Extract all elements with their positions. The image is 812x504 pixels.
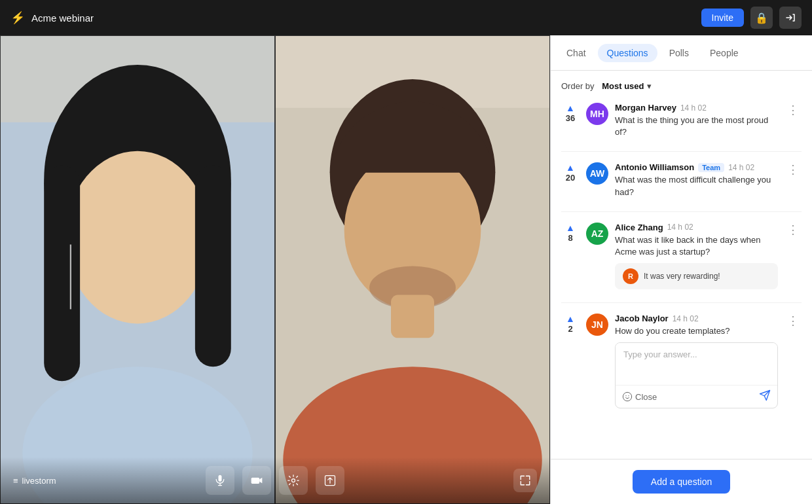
tabs-bar: Chat Questions Polls People: [551, 35, 812, 71]
vote-count-4: 2: [568, 324, 572, 334]
share-icon: [323, 474, 337, 487]
question-header-2: Antonio Williamson Team 14 h 02: [615, 162, 778, 172]
more-button-2[interactable]: ⋮: [784, 162, 802, 177]
reply-avatar-3: R: [623, 268, 638, 284]
questions-area: Order by Most used ▾ ▲ 36 MH Morgan Harv…: [551, 71, 812, 459]
vote-col-2: ▲ 20: [561, 162, 580, 183]
vote-up-2[interactable]: ▲: [566, 162, 575, 173]
order-by-label: Order by: [561, 81, 595, 91]
tab-people[interactable]: People: [701, 44, 748, 62]
question-item-3: ▲ 8 AZ Alice Zhang 14 h 02 What was it l…: [561, 223, 802, 289]
top-bar-right: Invite 🔒: [701, 7, 802, 29]
divider-2: [561, 211, 802, 212]
vote-up-3[interactable]: ▲: [566, 223, 575, 233]
camera-icon: [250, 474, 263, 487]
vote-count-2: 20: [566, 173, 575, 183]
more-button-1[interactable]: ⋮: [784, 103, 802, 117]
svg-rect-4: [44, 166, 80, 382]
question-content-2: Antonio Williamson Team 14 h 02 What was…: [615, 162, 778, 198]
svg-rect-18: [251, 478, 260, 484]
expand-area: [513, 469, 537, 492]
divider-1: [561, 151, 802, 152]
avatar-2: AW: [586, 162, 608, 185]
mic-button[interactable]: [206, 466, 234, 495]
send-answer-button[interactable]: [759, 389, 771, 404]
question-content-4: Jacob Naylor 14 h 02 How do you create t…: [615, 314, 778, 408]
question-item-2: ▲ 20 AW Antonio Williamson Team 14 h 02 …: [561, 162, 802, 198]
reply-avatar-initials-3: R: [623, 268, 638, 284]
expand-button[interactable]: [513, 469, 537, 492]
svg-point-23: [628, 395, 629, 396]
more-button-4[interactable]: ⋮: [784, 314, 802, 328]
svg-rect-5: [195, 166, 231, 367]
timestamp-1: 14 h 02: [680, 103, 707, 113]
right-panel: Chat Questions Polls People Order by Mos…: [550, 35, 812, 504]
svg-rect-14: [391, 295, 434, 338]
author-name-2: Antonio Williamson: [615, 162, 694, 172]
question-header-1: Morgan Harvey 14 h 02: [615, 103, 778, 113]
avatar-1: MH: [586, 103, 608, 125]
close-answer-button[interactable]: Close: [622, 391, 657, 402]
video-area: ≡ livestorm: [0, 35, 550, 504]
avatar-initials-1: MH: [586, 103, 608, 125]
controls-center: [206, 466, 344, 495]
question-content-1: Morgan Harvey 14 h 02 What is the thing …: [615, 103, 778, 138]
avatar-initials-3: AZ: [586, 223, 608, 245]
person2-silhouette: [276, 36, 549, 503]
svg-point-22: [625, 395, 626, 396]
add-question-bar: Add a question: [551, 459, 812, 504]
svg-point-3: [65, 151, 210, 324]
timestamp-4: 14 h 02: [673, 314, 699, 323]
order-by-control[interactable]: Order by Most used ▾: [561, 81, 802, 91]
vote-col-4: ▲ 2: [561, 314, 580, 334]
question-item-4: ▲ 2 JN Jacob Naylor 14 h 02 How do you c…: [561, 314, 802, 408]
expand-icon: [519, 475, 531, 486]
timestamp-2: 14 h 02: [728, 163, 754, 172]
lock-button[interactable]: 🔒: [750, 7, 773, 29]
more-button-3[interactable]: ⋮: [784, 223, 802, 237]
question-header-3: Alice Zhang 14 h 02: [615, 223, 778, 232]
question-content-3: Alice Zhang 14 h 02 What was it like bac…: [615, 223, 778, 289]
svg-rect-15: [219, 475, 222, 482]
author-name-4: Jacob Naylor: [615, 314, 669, 323]
vote-count-3: 8: [568, 233, 572, 243]
question-text-4: How do you create templates?: [615, 325, 778, 337]
share-button[interactable]: [316, 466, 344, 495]
video-cell-1: [0, 35, 275, 504]
answer-input-4[interactable]: [616, 343, 777, 382]
vote-col-3: ▲ 8: [561, 223, 580, 243]
order-by-value: Most used: [602, 81, 644, 91]
top-bar: ⚡ Acme webinar Invite 🔒: [0, 0, 812, 35]
tab-chat[interactable]: Chat: [557, 44, 595, 62]
video-grid: [0, 35, 550, 504]
tab-questions[interactable]: Questions: [598, 44, 657, 62]
question-text-1: What is the thing you are the most proud…: [615, 115, 778, 138]
camera-button[interactable]: [242, 466, 271, 495]
brand-name: livestorm: [22, 476, 56, 486]
svg-point-19: [292, 479, 295, 482]
tab-polls[interactable]: Polls: [660, 44, 698, 62]
avatar-initials-2: AW: [586, 162, 608, 185]
webinar-title: Acme webinar: [31, 12, 94, 24]
vote-up-4[interactable]: ▲: [566, 314, 575, 324]
vote-col-1: ▲ 36: [561, 103, 580, 123]
svg-point-21: [623, 393, 631, 401]
invite-button[interactable]: Invite: [701, 9, 744, 27]
divider-3: [561, 302, 802, 303]
bolt-icon: ⚡: [10, 10, 25, 25]
settings-button[interactable]: [279, 466, 308, 495]
add-question-button[interactable]: Add a question: [633, 470, 730, 494]
answer-footer-4: Close: [616, 385, 777, 408]
avatar-initials-4: JN: [586, 314, 608, 336]
video-bottom-bar: ≡ livestorm: [0, 457, 550, 504]
reply-text-3: It was very rewarding!: [644, 272, 720, 281]
exit-button[interactable]: [779, 7, 802, 29]
author-name-3: Alice Zhang: [615, 223, 663, 232]
vote-up-1[interactable]: ▲: [566, 103, 575, 113]
hamburger-icon: ≡: [13, 476, 18, 486]
video-cell-2: [275, 35, 550, 504]
mic-icon: [213, 474, 227, 487]
brand-label-area: ≡ livestorm: [13, 476, 56, 486]
question-text-2: What was the most difficult challenge yo…: [615, 174, 778, 198]
question-item-1: ▲ 36 MH Morgan Harvey 14 h 02 What is th…: [561, 103, 802, 138]
